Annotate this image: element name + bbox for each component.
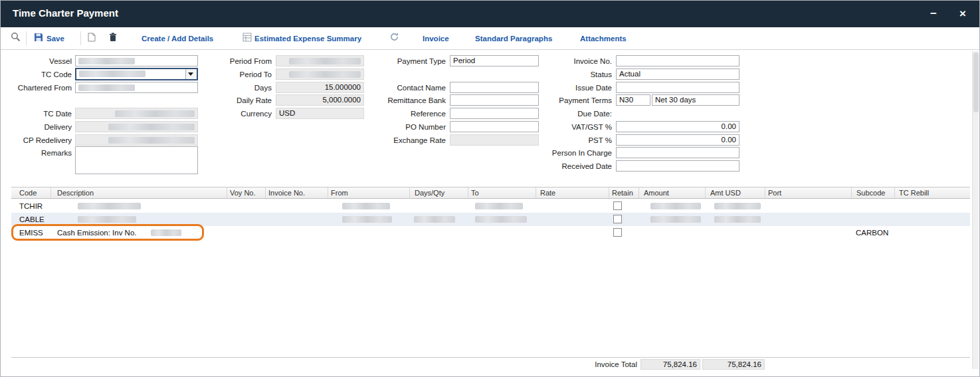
retain-checkbox[interactable]: [613, 228, 622, 237]
cp-redelivery-field: [75, 134, 198, 146]
issue-date-label: Issue Date: [526, 82, 612, 94]
received-date-field[interactable]: [616, 160, 739, 172]
window-title: Time Charter Payment: [13, 7, 118, 19]
exchange-rate-label: Exchange Rate: [359, 134, 446, 146]
remarks-field[interactable]: [75, 146, 198, 174]
column-header-description[interactable]: Description: [51, 188, 227, 198]
tc-code-select[interactable]: [75, 68, 198, 80]
column-header-from[interactable]: From: [328, 188, 410, 198]
redacted-to-date: [475, 216, 527, 223]
column-header-to[interactable]: To: [468, 188, 536, 198]
retain-checkbox[interactable]: [613, 201, 622, 210]
daily-rate-label: Daily Rate: [187, 94, 272, 106]
chartered-from-field[interactable]: [75, 82, 198, 93]
standard-paragraphs-label: Standard Paragraphs: [475, 35, 552, 43]
estimated-expense-summary-label: Estimated Expense Summary: [254, 35, 361, 43]
redacted-amt-usd: [714, 216, 761, 223]
payment-terms-code-field[interactable]: N30: [616, 94, 650, 106]
currency-field: USD: [276, 108, 364, 119]
invoice-no-label: Invoice No.: [526, 55, 612, 67]
vessel-label: Vessel: [1, 55, 72, 67]
column-header-invoice-no[interactable]: Invoice No.: [266, 188, 328, 198]
copy-button[interactable]: [88, 27, 96, 49]
invoice-total-label: Invoice Total: [552, 358, 637, 370]
redacted-from-date: [342, 216, 392, 223]
redacted-amt-usd: [714, 203, 761, 209]
delete-button[interactable]: [109, 27, 117, 49]
reference-label: Reference: [359, 108, 446, 120]
attachments-button[interactable]: Attachments: [580, 27, 627, 49]
search-button[interactable]: [11, 27, 21, 49]
delivery-label: Delivery: [1, 121, 72, 133]
vat-gst-field[interactable]: 0.00: [616, 121, 739, 132]
invoice-button-label: Invoice: [423, 35, 449, 43]
vessel-field[interactable]: [75, 55, 198, 66]
days-label: Days: [187, 82, 272, 94]
pst-field[interactable]: 0.00: [616, 134, 739, 146]
redacted-from-date: [342, 203, 390, 209]
status-label: Status: [526, 68, 612, 80]
po-number-label: PO Number: [359, 121, 446, 133]
table-row[interactable]: TCHIR: [11, 199, 970, 213]
period-to-label: Period To: [187, 68, 272, 80]
save-button[interactable]: Save: [34, 27, 64, 49]
status-field[interactable]: Actual: [616, 68, 739, 80]
invoice-button[interactable]: Invoice: [423, 27, 449, 49]
days-field: 15.000000: [276, 82, 364, 93]
cp-redelivery-label: CP Redelivery: [1, 134, 72, 146]
column-header-rate[interactable]: Rate: [536, 188, 609, 198]
column-header-tc-rebill[interactable]: TC Rebill: [895, 188, 970, 198]
vertical-scrollbar[interactable]: [972, 51, 979, 369]
column-header-retain[interactable]: Retain: [609, 188, 639, 198]
document-icon: [88, 33, 96, 45]
refresh-button[interactable]: [389, 27, 399, 49]
scrollbar-thumb[interactable]: [973, 53, 979, 112]
due-date-label: Due Date:: [526, 108, 612, 120]
line-items-table: Code Description Voy No. Invoice No. Fro…: [11, 187, 970, 358]
table-row[interactable]: EMISS Cash Emission: Inv No. CARBON: [11, 226, 970, 239]
redacted-description: [78, 203, 141, 209]
refresh-icon: [389, 32, 399, 45]
retain-checkbox[interactable]: [613, 215, 622, 223]
tc-date-label: TC Date: [1, 108, 72, 120]
cell-subcode: CARBON: [856, 226, 888, 239]
payment-type-label: Payment Type: [359, 55, 446, 67]
cell-code: EMISS: [19, 226, 43, 239]
column-header-voy-no[interactable]: Voy No.: [227, 188, 266, 198]
estimated-expense-summary-button[interactable]: Estimated Expense Summary: [243, 27, 361, 49]
invoice-no-field[interactable]: [616, 55, 739, 66]
create-add-details-button[interactable]: Create / Add Details: [142, 27, 213, 49]
daily-rate-field: 5,000.0000: [276, 94, 364, 106]
pst-label: PST %: [526, 134, 612, 146]
column-header-days-qty[interactable]: Days/Qty: [410, 188, 468, 198]
column-header-subcode[interactable]: Subcode: [852, 188, 895, 198]
spreadsheet-icon: [243, 33, 252, 45]
create-add-details-label: Create / Add Details: [142, 35, 213, 43]
redacted-days-qty: [414, 216, 455, 223]
invoice-total-usd-field: 75,824.16: [702, 359, 765, 370]
delivery-field: [75, 121, 198, 132]
cell-code: TCHIR: [19, 199, 43, 213]
save-button-label: Save: [47, 35, 64, 43]
column-header-amount[interactable]: Amount: [639, 188, 706, 198]
received-date-label: Received Date: [526, 160, 612, 172]
payment-terms-label: Payment Terms: [526, 94, 612, 106]
close-button[interactable]: ×: [954, 6, 971, 22]
person-in-charge-field[interactable]: [616, 147, 739, 158]
payment-terms-desc-field: Net 30 days: [652, 94, 739, 106]
redacted-amount: [650, 203, 701, 209]
table-row[interactable]: CABLE: [11, 213, 970, 226]
invoice-total-field: 75,824.16: [640, 359, 700, 370]
column-header-amt-usd[interactable]: Amt USD: [706, 188, 765, 198]
standard-paragraphs-button[interactable]: Standard Paragraphs: [475, 27, 552, 49]
redacted-invoice-ref: [151, 229, 181, 236]
currency-label: Currency: [187, 108, 272, 120]
issue-date-field[interactable]: [616, 82, 739, 93]
minimize-button[interactable]: −: [925, 6, 942, 22]
titlebar: Time Charter Payment − ×: [1, 1, 979, 27]
cell-description: Cash Emission: Inv No.: [57, 226, 137, 239]
column-header-code[interactable]: Code: [11, 188, 51, 198]
column-header-port[interactable]: Port: [765, 188, 852, 198]
attachments-label: Attachments: [580, 35, 627, 43]
redacted-to-date: [475, 203, 523, 209]
